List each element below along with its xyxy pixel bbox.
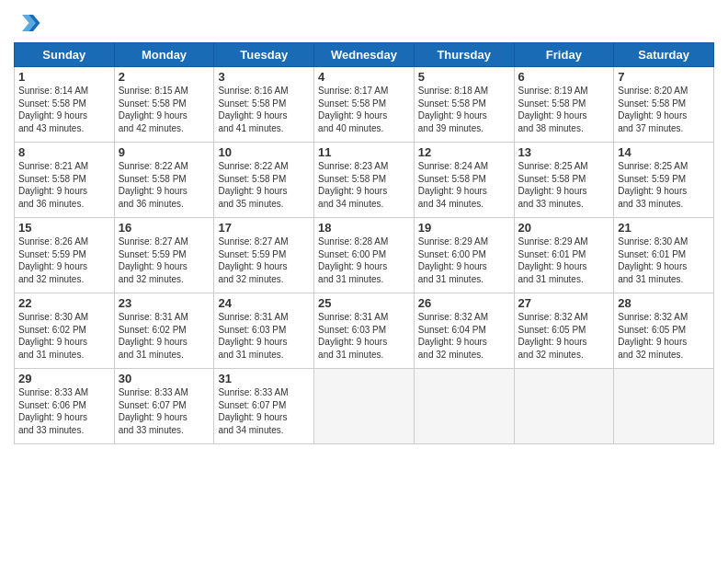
logo bbox=[14, 9, 45, 37]
calendar-cell: 30Sunrise: 8:33 AM Sunset: 6:07 PM Dayli… bbox=[114, 369, 214, 444]
cell-text: Sunrise: 8:25 AM Sunset: 5:58 PM Dayligh… bbox=[518, 160, 610, 210]
cell-text: Sunrise: 8:18 AM Sunset: 5:58 PM Dayligh… bbox=[418, 85, 510, 134]
calendar-week-1: 1Sunrise: 8:14 AM Sunset: 5:58 PM Daylig… bbox=[15, 67, 714, 143]
cell-text: Sunrise: 8:31 AM Sunset: 6:03 PM Dayligh… bbox=[218, 311, 310, 361]
calendar-cell bbox=[614, 369, 714, 444]
day-number: 16 bbox=[119, 221, 210, 235]
day-number: 13 bbox=[518, 145, 610, 159]
calendar-cell: 1Sunrise: 8:14 AM Sunset: 5:58 PM Daylig… bbox=[15, 67, 115, 143]
cell-text: Sunrise: 8:26 AM Sunset: 5:59 PM Dayligh… bbox=[18, 236, 110, 285]
cell-text: Sunrise: 8:25 AM Sunset: 5:59 PM Dayligh… bbox=[618, 160, 710, 210]
cell-text: Sunrise: 8:27 AM Sunset: 5:59 PM Dayligh… bbox=[119, 236, 210, 285]
day-number: 1 bbox=[18, 70, 110, 84]
cell-text: Sunrise: 8:15 AM Sunset: 5:58 PM Dayligh… bbox=[119, 85, 210, 134]
calendar-cell: 7Sunrise: 8:20 AM Sunset: 5:58 PM Daylig… bbox=[614, 67, 714, 143]
cell-text: Sunrise: 8:16 AM Sunset: 5:58 PM Dayligh… bbox=[218, 85, 310, 134]
calendar-cell: 28Sunrise: 8:32 AM Sunset: 6:05 PM Dayli… bbox=[614, 293, 714, 369]
day-number: 26 bbox=[418, 296, 510, 310]
calendar-cell: 27Sunrise: 8:32 AM Sunset: 6:05 PM Dayli… bbox=[514, 293, 614, 369]
weekday-header-row: Sunday Monday Tuesday Wednesday Thursday… bbox=[15, 43, 714, 67]
calendar-cell: 22Sunrise: 8:30 AM Sunset: 6:02 PM Dayli… bbox=[15, 293, 115, 369]
cell-text: Sunrise: 8:30 AM Sunset: 6:01 PM Dayligh… bbox=[618, 236, 710, 285]
day-number: 9 bbox=[119, 145, 210, 159]
calendar-body: 1Sunrise: 8:14 AM Sunset: 5:58 PM Daylig… bbox=[15, 67, 714, 444]
header-wednesday: Wednesday bbox=[314, 43, 415, 67]
cell-text: Sunrise: 8:33 AM Sunset: 6:07 PM Dayligh… bbox=[218, 386, 310, 436]
day-number: 11 bbox=[318, 145, 410, 159]
calendar-cell: 19Sunrise: 8:29 AM Sunset: 6:00 PM Dayli… bbox=[414, 218, 514, 293]
cell-text: Sunrise: 8:30 AM Sunset: 6:02 PM Dayligh… bbox=[18, 311, 110, 361]
day-number: 15 bbox=[18, 221, 110, 235]
calendar-cell: 9Sunrise: 8:22 AM Sunset: 5:58 PM Daylig… bbox=[114, 143, 214, 218]
cell-text: Sunrise: 8:32 AM Sunset: 6:05 PM Dayligh… bbox=[618, 311, 710, 361]
day-number: 25 bbox=[318, 296, 410, 310]
day-number: 19 bbox=[418, 221, 510, 235]
calendar-cell: 23Sunrise: 8:31 AM Sunset: 6:02 PM Dayli… bbox=[114, 293, 214, 369]
page: Sunday Monday Tuesday Wednesday Thursday… bbox=[0, 0, 728, 563]
calendar-cell bbox=[314, 369, 415, 444]
day-number: 21 bbox=[618, 221, 710, 235]
day-number: 31 bbox=[218, 372, 310, 385]
calendar-cell: 10Sunrise: 8:22 AM Sunset: 5:58 PM Dayli… bbox=[214, 143, 314, 218]
cell-text: Sunrise: 8:19 AM Sunset: 5:58 PM Dayligh… bbox=[518, 85, 610, 134]
day-number: 12 bbox=[418, 145, 510, 159]
cell-text: Sunrise: 8:31 AM Sunset: 6:03 PM Dayligh… bbox=[318, 311, 410, 361]
day-number: 4 bbox=[318, 70, 410, 84]
cell-text: Sunrise: 8:24 AM Sunset: 5:58 PM Dayligh… bbox=[418, 160, 510, 210]
day-number: 18 bbox=[318, 221, 410, 235]
day-number: 22 bbox=[18, 296, 110, 310]
day-number: 30 bbox=[119, 372, 210, 385]
header-monday: Monday bbox=[114, 43, 214, 67]
calendar-cell: 3Sunrise: 8:16 AM Sunset: 5:58 PM Daylig… bbox=[214, 67, 314, 143]
day-number: 17 bbox=[218, 221, 310, 235]
calendar-cell: 6Sunrise: 8:19 AM Sunset: 5:58 PM Daylig… bbox=[514, 67, 614, 143]
day-number: 24 bbox=[218, 296, 310, 310]
day-number: 28 bbox=[618, 296, 710, 310]
day-number: 3 bbox=[218, 70, 310, 84]
calendar-cell: 31Sunrise: 8:33 AM Sunset: 6:07 PM Dayli… bbox=[214, 369, 314, 444]
cell-text: Sunrise: 8:28 AM Sunset: 6:00 PM Dayligh… bbox=[318, 236, 410, 285]
header-thursday: Thursday bbox=[414, 43, 514, 67]
calendar-cell: 18Sunrise: 8:28 AM Sunset: 6:00 PM Dayli… bbox=[314, 218, 415, 293]
day-number: 6 bbox=[518, 70, 610, 84]
day-number: 14 bbox=[618, 145, 710, 159]
calendar-cell: 11Sunrise: 8:23 AM Sunset: 5:58 PM Dayli… bbox=[314, 143, 415, 218]
day-number: 5 bbox=[418, 70, 510, 84]
calendar-cell: 17Sunrise: 8:27 AM Sunset: 5:59 PM Dayli… bbox=[214, 218, 314, 293]
calendar-cell: 13Sunrise: 8:25 AM Sunset: 5:58 PM Dayli… bbox=[514, 143, 614, 218]
cell-text: Sunrise: 8:22 AM Sunset: 5:58 PM Dayligh… bbox=[218, 160, 310, 210]
calendar-week-5: 29Sunrise: 8:33 AM Sunset: 6:06 PM Dayli… bbox=[15, 369, 714, 444]
calendar-cell: 2Sunrise: 8:15 AM Sunset: 5:58 PM Daylig… bbox=[114, 67, 214, 143]
cell-text: Sunrise: 8:27 AM Sunset: 5:59 PM Dayligh… bbox=[218, 236, 310, 285]
calendar-cell: 25Sunrise: 8:31 AM Sunset: 6:03 PM Dayli… bbox=[314, 293, 415, 369]
header-tuesday: Tuesday bbox=[214, 43, 314, 67]
day-number: 8 bbox=[18, 145, 110, 159]
calendar-cell: 8Sunrise: 8:21 AM Sunset: 5:58 PM Daylig… bbox=[15, 143, 115, 218]
day-number: 2 bbox=[119, 70, 210, 84]
cell-text: Sunrise: 8:29 AM Sunset: 6:00 PM Dayligh… bbox=[418, 236, 510, 285]
cell-text: Sunrise: 8:22 AM Sunset: 5:58 PM Dayligh… bbox=[119, 160, 210, 210]
cell-text: Sunrise: 8:20 AM Sunset: 5:58 PM Dayligh… bbox=[618, 85, 710, 134]
calendar-cell: 15Sunrise: 8:26 AM Sunset: 5:59 PM Dayli… bbox=[15, 218, 115, 293]
day-number: 7 bbox=[618, 70, 710, 84]
cell-text: Sunrise: 8:31 AM Sunset: 6:02 PM Dayligh… bbox=[119, 311, 210, 361]
calendar-cell: 20Sunrise: 8:29 AM Sunset: 6:01 PM Dayli… bbox=[514, 218, 614, 293]
cell-text: Sunrise: 8:29 AM Sunset: 6:01 PM Dayligh… bbox=[518, 236, 610, 285]
calendar-cell bbox=[414, 369, 514, 444]
calendar-cell: 14Sunrise: 8:25 AM Sunset: 5:59 PM Dayli… bbox=[614, 143, 714, 218]
calendar-cell bbox=[514, 369, 614, 444]
logo-icon bbox=[14, 9, 41, 37]
calendar-cell: 24Sunrise: 8:31 AM Sunset: 6:03 PM Dayli… bbox=[214, 293, 314, 369]
day-number: 10 bbox=[218, 145, 310, 159]
calendar-cell: 29Sunrise: 8:33 AM Sunset: 6:06 PM Dayli… bbox=[15, 369, 115, 444]
cell-text: Sunrise: 8:23 AM Sunset: 5:58 PM Dayligh… bbox=[318, 160, 410, 210]
cell-text: Sunrise: 8:32 AM Sunset: 6:04 PM Dayligh… bbox=[418, 311, 510, 361]
calendar-table: Sunday Monday Tuesday Wednesday Thursday… bbox=[14, 42, 714, 444]
calendar-cell: 21Sunrise: 8:30 AM Sunset: 6:01 PM Dayli… bbox=[614, 218, 714, 293]
cell-text: Sunrise: 8:21 AM Sunset: 5:58 PM Dayligh… bbox=[18, 160, 110, 210]
calendar-week-4: 22Sunrise: 8:30 AM Sunset: 6:02 PM Dayli… bbox=[15, 293, 714, 369]
calendar-cell: 5Sunrise: 8:18 AM Sunset: 5:58 PM Daylig… bbox=[414, 67, 514, 143]
day-number: 29 bbox=[18, 372, 110, 385]
calendar-week-2: 8Sunrise: 8:21 AM Sunset: 5:58 PM Daylig… bbox=[15, 143, 714, 218]
header-friday: Friday bbox=[514, 43, 614, 67]
